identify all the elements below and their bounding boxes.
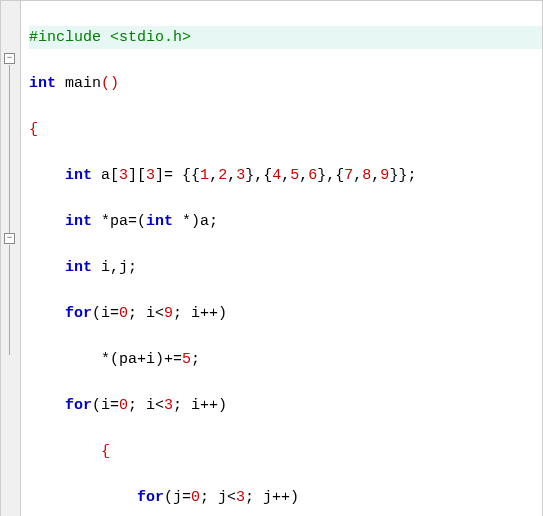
code-line[interactable]: *(pa+i)+=5; xyxy=(29,348,542,371)
code-line[interactable]: #include <stdio.h> xyxy=(29,26,542,49)
code-line[interactable]: for(i=0; i<9; i++) xyxy=(29,302,542,325)
fold-guide-line xyxy=(9,245,10,355)
code-line[interactable]: int i,j; xyxy=(29,256,542,279)
code-line[interactable]: int *pa=(int *)a; xyxy=(29,210,542,233)
code-line[interactable]: { xyxy=(29,440,542,463)
fold-guide-line xyxy=(9,65,10,233)
fold-gutter: − − xyxy=(1,1,21,516)
code-line[interactable]: int main() xyxy=(29,72,542,95)
code-area[interactable]: #include <stdio.h> int main() { int a[3]… xyxy=(21,1,542,516)
fold-toggle-icon[interactable]: − xyxy=(4,53,15,64)
code-line[interactable]: { xyxy=(29,118,542,141)
code-line[interactable]: for(i=0; i<3; i++) xyxy=(29,394,542,417)
fold-toggle-icon[interactable]: − xyxy=(4,233,15,244)
code-editor[interactable]: − − #include <stdio.h> int main() { int … xyxy=(0,0,543,516)
code-line[interactable]: int a[3][3]= {{1,2,3},{4,5,6},{7,8,9}}; xyxy=(29,164,542,187)
code-line[interactable]: for(j=0; j<3; j++) xyxy=(29,486,542,509)
